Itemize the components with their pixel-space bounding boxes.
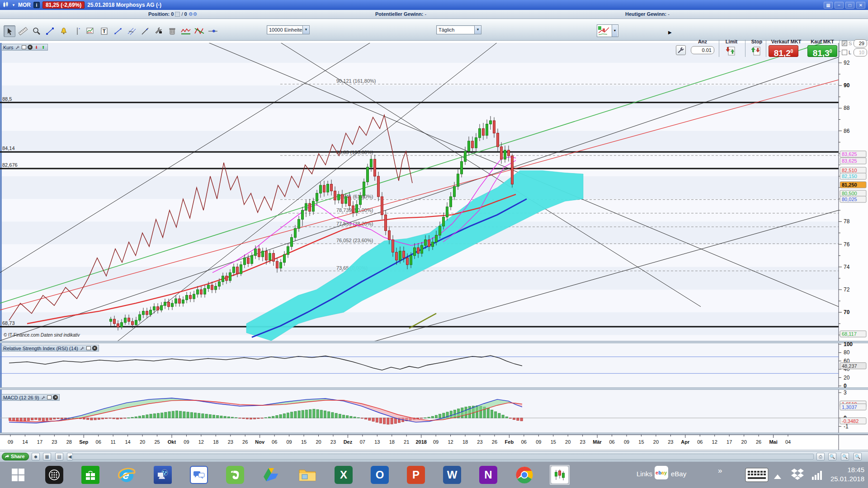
segment-tool[interactable] xyxy=(112,25,124,37)
buy-mkt-button[interactable]: 81,30 xyxy=(807,45,837,57)
panel-expand-icon[interactable]: ▶ xyxy=(668,30,672,35)
horizontal-line-tool[interactable]: ✱ xyxy=(207,25,219,37)
chart-style-button[interactable]: ▼ xyxy=(597,24,618,37)
screener-icon[interactable]: ▦ xyxy=(43,453,51,460)
dropbox-icon[interactable] xyxy=(791,469,804,482)
macd-wrench-icon[interactable] xyxy=(40,395,46,400)
trendline-tool[interactable] xyxy=(44,25,56,37)
rsi-wrench-icon[interactable] xyxy=(80,346,85,351)
start-button[interactable] xyxy=(8,465,28,485)
trading-app-icon[interactable] xyxy=(550,465,570,485)
anz-input[interactable] xyxy=(691,46,714,54)
zoom-tool[interactable] xyxy=(31,25,42,37)
vertical-line-tool[interactable]: * xyxy=(71,25,83,37)
units-dropdown-caret-icon[interactable]: ▼ xyxy=(302,26,309,34)
excel-icon[interactable]: X xyxy=(334,465,354,485)
watchlist-icon[interactable]: ☻ xyxy=(32,453,40,460)
order-settings-button[interactable] xyxy=(676,45,686,55)
chart-scrollbar[interactable] xyxy=(72,454,814,460)
zoom-in-icon[interactable]: 🔍+ xyxy=(828,453,836,460)
layout-grid-icon[interactable]: ▦ xyxy=(824,2,833,9)
svg-text:17: 17 xyxy=(726,439,732,445)
units-dropdown[interactable]: 10000 Einheiten▼ xyxy=(267,25,310,34)
symbol-dropdown-icon[interactable]: ▼ xyxy=(12,3,15,7)
svg-text:80,025: 80,025 xyxy=(842,197,857,202)
kurs-wrench-icon[interactable] xyxy=(15,45,20,50)
rsi-maximize-icon[interactable] xyxy=(86,346,91,350)
text-tool[interactable]: T xyxy=(99,25,110,37)
share-button[interactable]: Share xyxy=(2,453,29,460)
evernote-icon[interactable] xyxy=(225,465,245,485)
touch-keyboard-icon[interactable] xyxy=(745,468,769,484)
price-chart-canvas[interactable]: 90,121 (161,80%)83,83 (100,00%)79,941 (6… xyxy=(0,41,868,451)
chart-area[interactable]: 90,121 (161,80%)83,83 (100,00%)79,941 (6… xyxy=(0,41,868,451)
period-dropdown-caret-icon[interactable]: ▼ xyxy=(474,26,481,34)
stop-checkbox[interactable]: ✓ xyxy=(842,41,847,46)
google-drive-icon[interactable] xyxy=(261,465,281,485)
macd-maximize-icon[interactable] xyxy=(47,395,52,399)
word-icon[interactable]: W xyxy=(442,465,462,485)
toolbar-overflow-chevron[interactable]: » xyxy=(718,466,722,475)
windows-store-icon[interactable] xyxy=(80,465,100,485)
line-tool[interactable] xyxy=(139,25,151,37)
svg-text:14: 14 xyxy=(22,439,28,445)
limit-checkbox[interactable] xyxy=(842,50,847,55)
outlook-icon[interactable]: O xyxy=(370,465,390,485)
chart-style-caret-icon[interactable]: ▼ xyxy=(612,25,618,37)
macd-panel-header[interactable]: MACD (12 26 9) ✕ xyxy=(1,394,60,401)
channel-tool[interactable] xyxy=(126,25,137,37)
maximize-button[interactable]: □ xyxy=(845,2,854,9)
snapshot-icon[interactable]: ⎙ xyxy=(816,453,825,460)
rsi-close-icon[interactable]: ✕ xyxy=(92,346,97,351)
grid-view-icon[interactable]: ▤ xyxy=(55,453,63,460)
svg-text:09: 09 xyxy=(286,439,292,445)
file-explorer-icon[interactable] xyxy=(297,465,317,485)
zoom-out-icon[interactable]: 🔍− xyxy=(841,453,849,460)
alarm-tool[interactable] xyxy=(58,25,70,37)
taskbar-clock[interactable]: 18:45 25.01.2018 xyxy=(830,465,864,483)
position-settings-icon[interactable]: ⚙⚙ xyxy=(189,11,198,17)
pattern-tool[interactable] xyxy=(193,25,205,37)
rsi-panel-header[interactable]: Relative Strength Index (RSI) (14) ✕ xyxy=(1,345,99,352)
stop-order-button[interactable] xyxy=(750,45,762,59)
close-button[interactable]: ✕ xyxy=(856,2,865,9)
indicator-tool[interactable] xyxy=(85,25,97,37)
ebay-icon[interactable]: ebay xyxy=(655,466,668,479)
kurs-maximize-icon[interactable] xyxy=(22,45,26,49)
network-signal-icon[interactable] xyxy=(812,470,824,482)
minimize-button[interactable]: − xyxy=(835,2,844,9)
svg-text:12: 12 xyxy=(448,439,453,445)
limit-order-button[interactable] xyxy=(725,45,737,59)
powerpoint-icon[interactable]: P xyxy=(406,465,426,485)
sell-mkt-label: Verkauf MKT xyxy=(768,39,805,44)
kurs-panel-header[interactable]: Kurs ✕ ⬇ ⬆ xyxy=(1,44,48,51)
zoom-reset-icon[interactable]: 🔍 xyxy=(854,453,862,460)
links-toolbar-label[interactable]: Links xyxy=(637,470,652,478)
svg-text:11: 11 xyxy=(110,439,115,445)
onenote-icon[interactable]: N xyxy=(478,465,498,485)
stop-distance-input[interactable] xyxy=(854,39,867,47)
chrome-icon[interactable] xyxy=(514,465,534,485)
internet-explorer-icon[interactable]: e xyxy=(117,465,137,485)
macd-close-icon[interactable]: ✕ xyxy=(53,395,58,400)
kurs-arrow-down-icon[interactable]: ⬇ xyxy=(34,45,39,50)
zigzag-tool[interactable] xyxy=(180,25,192,37)
ruler-tool[interactable] xyxy=(17,25,29,37)
delete-tool[interactable] xyxy=(166,25,178,37)
kurs-close-icon[interactable]: ✕ xyxy=(28,45,33,50)
limit-distance-input[interactable] xyxy=(854,48,867,56)
period-dropdown[interactable]: Täglich▼ xyxy=(436,25,481,34)
remote-desktop-icon[interactable] xyxy=(153,465,173,485)
app-launcher-icon[interactable] xyxy=(44,465,64,485)
kurs-arrow-up-icon[interactable]: ⬆ xyxy=(41,45,46,50)
messaging-app-icon[interactable] xyxy=(189,465,209,485)
cursor-tool[interactable] xyxy=(4,25,15,37)
settings-tool[interactable] xyxy=(153,25,165,37)
rsi-panel-title: Relative Strength Index (RSI) (14) xyxy=(3,346,78,351)
sell-mkt-button[interactable]: 81,20 xyxy=(769,45,798,57)
ebay-label[interactable]: eBay xyxy=(671,470,686,478)
show-hidden-icons-chevron[interactable] xyxy=(774,473,781,481)
info-icon[interactable]: i xyxy=(33,2,40,8)
svg-text:ebay: ebay xyxy=(656,470,667,475)
symbol-label[interactable]: MOR xyxy=(18,2,31,8)
